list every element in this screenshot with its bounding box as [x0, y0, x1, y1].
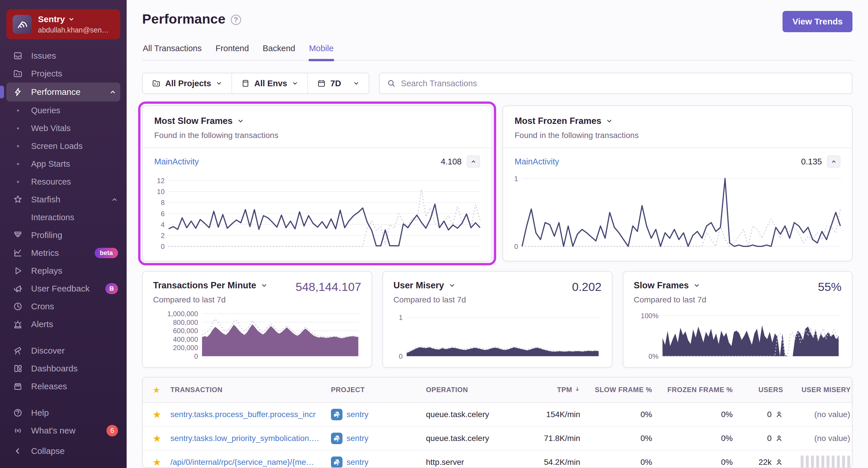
user-icon	[775, 410, 783, 419]
star-column-header-icon[interactable]: ★	[143, 385, 170, 395]
performance-tabs: All Transactions Frontend Backend Mobile	[142, 44, 852, 61]
tab-backend[interactable]: Backend	[262, 44, 296, 60]
transaction-link[interactable]: /api/0/internal/rpc/{service_name}/{me…	[170, 458, 331, 467]
sidebar-item-resources[interactable]: Resources	[0, 173, 127, 191]
most-frozen-frames-card: Most Frozen Frames Found in the followin…	[502, 105, 852, 261]
sidebar-item-releases[interactable]: Releases	[0, 377, 127, 395]
transaction-link[interactable]: sentry.tasks.process_buffer.process_incr	[170, 410, 331, 419]
date-range-filter[interactable]: 7D	[307, 73, 369, 93]
sidebar-item-label: Collapse	[31, 446, 65, 456]
widget-selector[interactable]: Most Frozen Frames	[515, 116, 840, 126]
widget-subtitle: Found in the following transactions	[154, 131, 480, 140]
slow-frame-cell: 0%	[581, 410, 653, 419]
users-cell: 22k	[758, 458, 772, 467]
widget-selector[interactable]: Transactions Per Minute	[153, 280, 268, 291]
sidebar-item-label: Help	[31, 408, 49, 418]
sidebar-item-replays[interactable]: Replays	[0, 262, 127, 280]
page-title: Performance	[142, 11, 226, 27]
sidebar-item-user-feedback[interactable]: User Feedback B	[0, 280, 127, 298]
sidebar-item-web-vitals[interactable]: Web Vitals	[0, 119, 127, 137]
transaction-link[interactable]: sentry.tasks.low_priority_symbolication.…	[170, 434, 331, 443]
sidebar-item-screen-loads[interactable]: Screen Loads	[0, 137, 127, 155]
sidebar-item-profiling[interactable]: Profiling	[0, 226, 127, 244]
favorite-star-icon[interactable]: ★	[143, 457, 170, 468]
whats-new-count-badge: 6	[106, 425, 118, 436]
sidebar-item-performance[interactable]: Performance	[6, 82, 120, 101]
sort-desc-icon	[575, 387, 580, 392]
users-cell: 0	[767, 434, 772, 443]
chevron-down-icon	[353, 80, 360, 87]
org-email: abdullah.khan@sen…	[38, 26, 109, 34]
project-link[interactable]: sentry	[346, 458, 368, 467]
search-input[interactable]	[401, 79, 844, 88]
table-row: ★ sentry.tasks.low_priority_symbolicatio…	[143, 427, 852, 450]
table-row: ★ /api/0/internal/rpc/{service_name}/{me…	[143, 450, 852, 468]
folder-icon	[152, 79, 161, 88]
sidebar-item-issues[interactable]: Issues	[0, 47, 127, 65]
sidebar-item-queries[interactable]: Queries	[0, 101, 127, 119]
sidebar-item-label: Issues	[31, 51, 56, 61]
widget-selector[interactable]: Slow Frames	[634, 280, 706, 291]
sidebar-item-app-starts[interactable]: App Starts	[0, 155, 127, 173]
sidebar-item-label: Profiling	[31, 230, 62, 240]
sidebar-item-dashboards[interactable]: Dashboards	[0, 360, 127, 377]
most-slow-frames-card: Most Slow Frames Found in the following …	[142, 105, 492, 261]
sidebar-item-alerts[interactable]: Alerts	[0, 315, 127, 333]
stat-value: 55%	[818, 280, 841, 294]
sidebar-item-starfish[interactable]: Starfish	[0, 191, 127, 208]
frozen-frame-cell: 0%	[653, 434, 734, 443]
org-switcher[interactable]: Sentry abdullah.khan@sen…	[6, 9, 120, 39]
svg-text:0%: 0%	[648, 353, 658, 360]
help-circle-icon	[13, 408, 23, 418]
sidebar-item-metrics[interactable]: Metrics beta	[0, 244, 127, 262]
sidebar-item-projects[interactable]: Projects	[0, 65, 127, 82]
sidebar-item-discover[interactable]: Discover	[0, 342, 127, 360]
chevron-down-icon	[261, 282, 268, 289]
column-header[interactable]: USERS	[734, 386, 784, 394]
transaction-link[interactable]: MainActivity	[515, 157, 559, 166]
widget-selector[interactable]: User Misery	[394, 280, 466, 291]
environment-filter[interactable]: All Envs	[231, 73, 307, 93]
project-link[interactable]: sentry	[346, 434, 368, 443]
collapse-row-button[interactable]	[467, 156, 480, 168]
clock-icon	[13, 301, 23, 312]
sidebar-item-label: Alerts	[31, 320, 53, 329]
tab-all-transactions[interactable]: All Transactions	[142, 44, 202, 60]
view-trends-button[interactable]: View Trends	[782, 11, 852, 32]
project-filter[interactable]: All Projects	[143, 73, 231, 93]
user-icon	[775, 434, 783, 442]
project-link[interactable]: sentry	[346, 410, 368, 419]
tab-frontend[interactable]: Frontend	[215, 44, 250, 60]
widget-subtitle: Found in the following transactions	[515, 131, 840, 140]
sidebar-item-label: Dashboards	[31, 364, 78, 373]
svg-text:12: 12	[157, 177, 165, 185]
chevron-down-icon	[68, 16, 74, 23]
column-header-tpm-sorted[interactable]: TPM	[521, 386, 581, 394]
tab-mobile[interactable]: Mobile	[309, 44, 334, 60]
widget-selector[interactable]: Most Slow Frames	[154, 116, 480, 126]
column-header[interactable]: FROZEN FRAME %	[653, 386, 734, 394]
sidebar-item-interactions[interactable]: Interactions	[0, 208, 127, 226]
slow-frames-chart: 100%0%	[634, 311, 840, 360]
sidebar-item-crons[interactable]: Crons	[0, 298, 127, 315]
column-header[interactable]: TRANSACTION	[170, 386, 331, 394]
svg-text:400,000: 400,000	[173, 335, 198, 343]
tpm-cell: 71.8K/min	[521, 434, 581, 443]
column-header[interactable]: SLOW FRAME %	[581, 386, 653, 394]
svg-text:200,000: 200,000	[173, 344, 198, 352]
help-tooltip-icon[interactable]: ?	[231, 15, 241, 25]
sidebar-item-collapse[interactable]: Collapse	[0, 442, 127, 460]
operation-cell: queue.task.celery	[426, 434, 521, 443]
transaction-link[interactable]: MainActivity	[154, 157, 199, 166]
column-header[interactable]: USER MISERY	[784, 386, 852, 394]
favorite-star-icon[interactable]: ★	[143, 409, 170, 420]
stat-value: 548,144.107	[296, 280, 361, 294]
column-header[interactable]: PROJECT	[331, 386, 426, 394]
sidebar-item-whats-new[interactable]: What's new 6	[0, 422, 127, 439]
collapse-row-button[interactable]	[827, 156, 840, 168]
svg-text:1: 1	[514, 175, 518, 182]
favorite-star-icon[interactable]: ★	[143, 433, 170, 444]
sidebar-item-help[interactable]: Help	[0, 404, 127, 422]
chevron-down-icon	[292, 80, 298, 87]
column-header[interactable]: OPERATION	[426, 386, 521, 394]
